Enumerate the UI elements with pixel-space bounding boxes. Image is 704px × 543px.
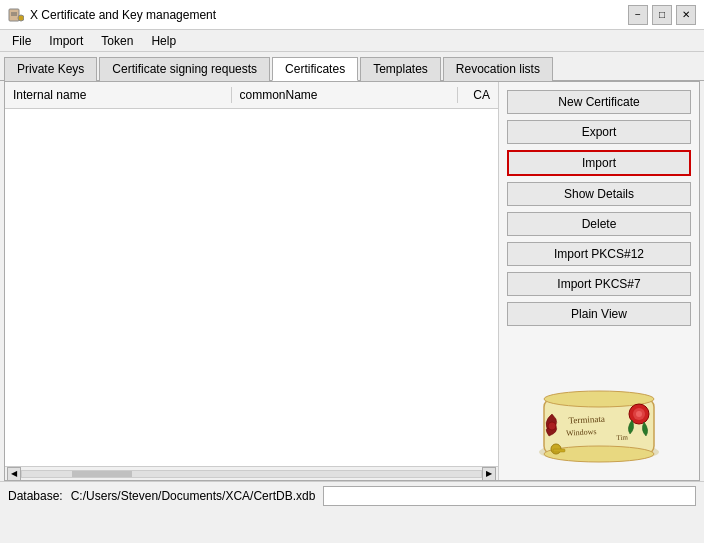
logo-area: Terminata Windows Tim [507,332,691,472]
scroll-right-arrow[interactable]: ▶ [482,467,496,481]
tabs-bar: Private Keys Certificate signing request… [0,52,704,81]
svg-text:Tim: Tim [616,433,628,442]
col-internal-name: Internal name [5,86,231,104]
col-common-name: commonName [232,86,458,104]
svg-point-3 [18,15,24,21]
delete-button[interactable]: Delete [507,212,691,236]
svg-point-11 [636,411,642,417]
col-ca: CA [458,86,498,104]
list-pane: Internal name commonName CA ◀ ▶ [5,82,499,480]
close-button[interactable]: ✕ [676,5,696,25]
list-body[interactable] [5,109,498,466]
svg-text:Terminata: Terminata [568,414,605,426]
list-header: Internal name commonName CA [5,82,498,109]
title-bar-left: X Certificate and Key management [8,7,216,23]
tab-templates[interactable]: Templates [360,57,441,81]
menu-help[interactable]: Help [143,32,184,50]
menu-file[interactable]: File [4,32,39,50]
import-pkcs12-button[interactable]: Import PKCS#12 [507,242,691,266]
svg-text:Windows: Windows [566,427,597,438]
window-controls: − □ ✕ [628,5,696,25]
database-path: C:/Users/Steven/Documents/XCA/CertDB.xdb [71,489,316,503]
action-pane: New Certificate Export Import Show Detai… [499,82,699,480]
show-details-button[interactable]: Show Details [507,182,691,206]
svg-rect-16 [553,449,565,452]
tab-csr[interactable]: Certificate signing requests [99,57,270,81]
scrollbar-track[interactable] [21,470,482,478]
horizontal-scrollbar[interactable]: ◀ ▶ [5,466,498,480]
export-button[interactable]: Export [507,120,691,144]
maximize-button[interactable]: □ [652,5,672,25]
new-certificate-button[interactable]: New Certificate [507,90,691,114]
title-bar: X Certificate and Key management − □ ✕ [0,0,704,30]
window-title: X Certificate and Key management [30,8,216,22]
svg-point-8 [548,422,556,430]
status-bar: Database: C:/Users/Steven/Documents/XCA/… [0,481,704,509]
xca-logo: Terminata Windows Tim [534,384,664,464]
menu-import[interactable]: Import [41,32,91,50]
tab-certificates[interactable]: Certificates [272,57,358,81]
main-content: Internal name commonName CA ◀ ▶ New Cert… [4,81,700,481]
tab-revocation[interactable]: Revocation lists [443,57,553,81]
plain-view-button[interactable]: Plain View [507,302,691,326]
import-pkcs7-button[interactable]: Import PKCS#7 [507,272,691,296]
tab-private-keys[interactable]: Private Keys [4,57,97,81]
scroll-left-arrow[interactable]: ◀ [7,467,21,481]
menu-bar: File Import Token Help [0,30,704,52]
database-label: Database: [8,489,63,503]
scrollbar-thumb[interactable] [72,471,132,477]
import-button[interactable]: Import [507,150,691,176]
menu-token[interactable]: Token [93,32,141,50]
app-icon [8,7,24,23]
status-input[interactable] [323,486,696,506]
minimize-button[interactable]: − [628,5,648,25]
